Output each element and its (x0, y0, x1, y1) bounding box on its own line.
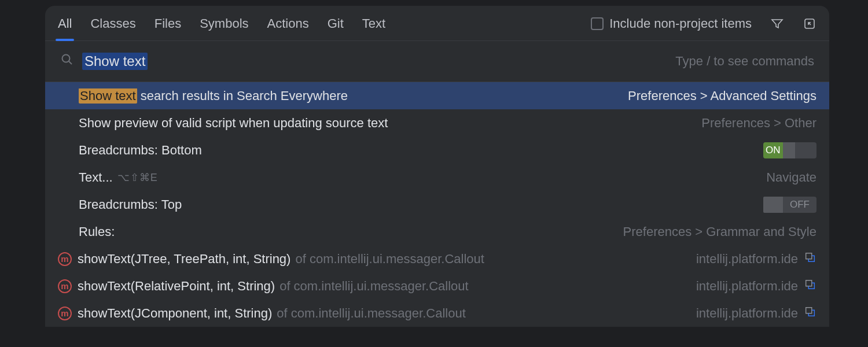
include-non-project-checkbox[interactable]: Include non-project items (591, 16, 752, 40)
method-class: of com.intellij.ui.messager.Callout (295, 252, 484, 267)
toggle-slider (783, 142, 795, 158)
method-signature: showText(RelativePoint, int, String) (78, 279, 275, 294)
result-row[interactable]: Show preview of valid script when updati… (45, 109, 829, 136)
module-name: intellij.platform.ide (696, 252, 798, 267)
result-row[interactable]: m showText(JComponent, int, String) of c… (45, 300, 829, 327)
result-row[interactable]: Breadcrumbs: Bottom ON (45, 136, 829, 164)
method-signature: showText(JTree, TreePath, int, String) (78, 252, 290, 267)
tab-all[interactable]: All (58, 16, 72, 40)
toggle-slider (763, 197, 783, 213)
result-row[interactable]: Rules: Preferences > Grammar and Style (45, 218, 829, 245)
tabs-bar: All Classes Files Symbols Actions Git Te… (45, 6, 829, 41)
module-name: intellij.platform.ide (696, 306, 798, 321)
toggle-off[interactable]: OFF (763, 197, 816, 213)
toggle-on[interactable]: ON (763, 142, 816, 158)
tab-classes[interactable]: Classes (90, 16, 135, 40)
result-path: Preferences > Advanced Settings (628, 88, 816, 104)
module-name: intellij.platform.ide (696, 279, 798, 294)
result-row[interactable]: Text... ⌥⇧⌘E Navigate (45, 164, 829, 191)
svg-point-1 (62, 55, 70, 62)
result-path: Navigate (766, 170, 816, 185)
result-text: Show preview of valid script when updati… (79, 116, 388, 131)
result-row[interactable]: Breadcrumbs: Top OFF (45, 191, 829, 218)
include-label: Include non-project items (609, 16, 752, 31)
checkbox-icon (591, 17, 604, 30)
search-hint: Type / to see commands (675, 54, 814, 69)
result-text: Rules: (79, 224, 115, 239)
result-row[interactable]: Show text search results in Search Every… (45, 82, 829, 109)
search-everywhere-popup: All Classes Files Symbols Actions Git Te… (45, 6, 829, 327)
toggle-label: OFF (783, 199, 816, 211)
result-text: Breadcrumbs: Bottom (79, 143, 202, 158)
result-path: Preferences > Grammar and Style (623, 224, 816, 239)
method-icon: m (58, 307, 72, 320)
collapse-icon[interactable] (803, 17, 816, 40)
method-icon: m (58, 279, 72, 293)
tab-actions[interactable]: Actions (267, 16, 309, 40)
method-signature: showText(JComponent, int, String) (78, 306, 272, 321)
module-icon (804, 278, 816, 294)
result-row[interactable]: m showText(RelativePoint, int, String) o… (45, 272, 829, 300)
result-path: Preferences > Other (701, 116, 816, 131)
module-icon (804, 305, 816, 322)
tab-text[interactable]: Text (362, 16, 385, 40)
result-row[interactable]: m showText(JTree, TreePath, int, String)… (45, 245, 829, 272)
result-text: Text... (79, 170, 113, 185)
result-text: Breadcrumbs: Top (79, 197, 182, 212)
module-icon (804, 251, 816, 267)
filter-icon[interactable] (770, 17, 784, 40)
method-class: of com.intellij.ui.messager.Callout (277, 306, 465, 321)
search-input-row[interactable]: Show text Type / to see commands (45, 41, 829, 82)
result-text: search results in Search Everywhere (137, 88, 348, 103)
shortcut: ⌥⇧⌘E (117, 171, 158, 184)
highlight-text: Show text (79, 88, 137, 104)
search-icon (60, 53, 74, 70)
method-icon: m (58, 252, 72, 266)
tab-files[interactable]: Files (155, 16, 181, 40)
tab-git[interactable]: Git (328, 16, 344, 40)
results-list: Show text search results in Search Every… (45, 82, 829, 327)
method-class: of com.intellij.ui.messager.Callout (279, 279, 468, 294)
tab-symbols[interactable]: Symbols (200, 16, 248, 40)
search-query: Show text (82, 53, 148, 70)
toggle-label: ON (763, 142, 783, 158)
